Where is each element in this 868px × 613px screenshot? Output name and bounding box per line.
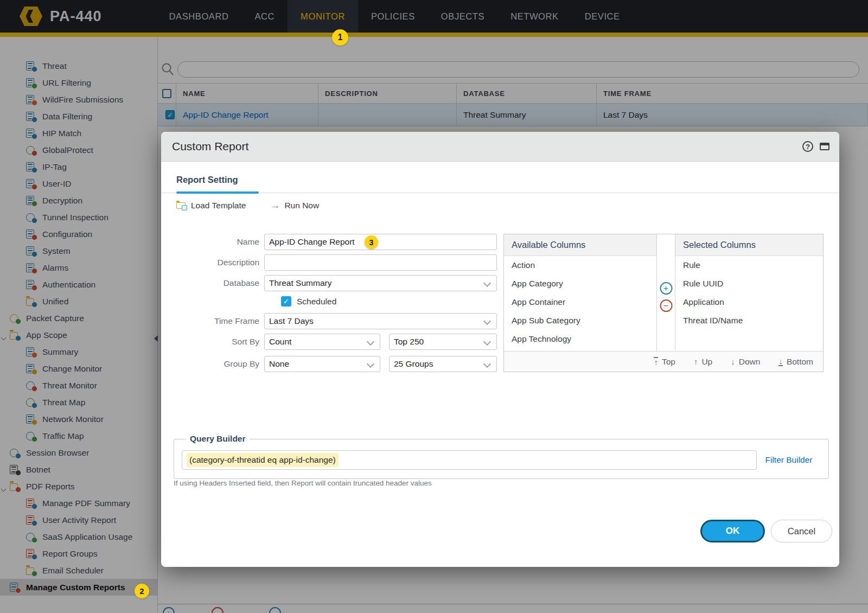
chevron-down-icon [483,317,491,325]
scheduled-label: Scheduled [297,297,336,306]
query-builder-legend: Query Builder [186,434,250,444]
filter-builder-link[interactable]: Filter Builder [757,455,821,465]
available-column-app-category[interactable]: App Category [504,274,656,293]
sort-by-value: Count [269,337,291,347]
name-input[interactable] [264,234,497,250]
custom-report-dialog: Custom Report ? Report Setting Load Temp… [161,132,839,567]
time-frame-value: Last 7 Days [269,316,314,326]
dialog-toolbar: Load Template → Run Now [161,193,839,210]
run-now-arrow-icon: → [270,200,280,210]
bottom-label: Bottom [787,357,813,367]
sort-by-label: Sort By [177,337,259,347]
down-label: Down [739,357,761,367]
down-button[interactable]: ↓Down [731,357,760,367]
ok-button[interactable]: OK [700,520,765,542]
selected-column-rule-uuid[interactable]: Rule UUID [675,274,823,293]
add-column-button[interactable]: + [660,282,672,295]
top-arrow-icon: ↑ [654,357,658,367]
chevron-down-icon [367,338,374,346]
query-text: (category-of-threatid eq app-id-change) [187,453,339,467]
tab-report-setting[interactable]: Report Setting [176,175,238,185]
time-frame-label: Time Frame [177,316,259,326]
group-by-value: None [269,359,289,369]
dialog-tabstrip: Report Setting [161,173,839,193]
selected-columns-panel: Selected Columns RuleRule UUIDApplicatio… [675,234,823,351]
columns-gutter: + − [657,234,675,351]
step-badge-1: 1 [332,29,348,46]
cancel-button[interactable]: Cancel [771,520,832,542]
remove-column-button[interactable]: − [660,299,672,312]
chevron-down-icon [483,360,491,368]
sort-top-value: Top 250 [394,337,424,347]
selected-column-threat-id-name[interactable]: Threat ID/Name [675,311,823,330]
dialog-title: Custom Report [172,140,802,153]
available-column-app-sub-category[interactable]: App Sub Category [504,311,656,330]
up-button[interactable]: ↑Up [694,357,712,367]
available-columns-panel: Available Columns ActionApp CategoryApp … [504,234,657,351]
load-template-icon [176,202,186,209]
sort-top-select[interactable]: Top 250 [389,334,497,350]
query-builder: Query Builder (category-of-threatid eq a… [174,434,829,479]
available-column-app-technology[interactable]: App Technology [504,330,656,348]
top-button[interactable]: ↑Top [654,357,675,367]
up-label: Up [701,357,712,367]
selected-columns-title: Selected Columns [675,234,823,256]
up-arrow-icon: ↑ [694,357,698,366]
sort-by-select[interactable]: Count [264,334,380,350]
load-template-button[interactable]: Load Template [176,201,246,210]
chevron-down-icon [367,360,374,368]
selected-column-application[interactable]: Application [675,293,823,311]
group-count-value: 25 Groups [394,359,433,369]
run-now-label: Run Now [284,201,319,210]
available-list: ActionApp CategoryApp ContainerApp Sub C… [504,256,656,348]
scheduled-checkbox[interactable]: ✓ [281,296,291,306]
bottom-arrow-icon: ↓ [778,357,783,367]
order-buttons: ↑Top↑Up↓Down↓Bottom [504,351,823,372]
query-input[interactable]: (category-of-threatid eq app-id-change) [182,450,757,470]
database-label: Database [177,278,259,288]
chevron-down-icon [483,279,491,287]
available-column-app-container[interactable]: App Container [504,293,656,311]
dialog-header: Custom Report ? [161,132,839,162]
description-label: Description [177,258,259,267]
database-value: Threat Summary [269,278,331,288]
selected-column-rule[interactable]: Rule [675,256,823,274]
group-count-select[interactable]: 25 Groups [389,356,497,372]
step-badge-2: 2 [135,584,149,598]
top-label: Top [662,357,675,367]
active-tab-underline [176,191,259,194]
popout-window-icon[interactable] [820,143,829,150]
description-input[interactable] [264,254,497,271]
run-now-button[interactable]: → Run Now [270,200,319,210]
headers-note: If using Headers Inserted field, then Re… [174,479,432,487]
group-by-select[interactable]: None [264,356,380,372]
name-label: Name [177,237,259,247]
step-badge-3: 3 [365,235,378,249]
chevron-down-icon [483,338,491,346]
columns-panel: Available Columns ActionApp CategoryApp … [503,234,824,372]
bottom-button[interactable]: ↓Bottom [778,357,813,367]
dialog-header-icons: ? [802,141,829,152]
help-icon[interactable]: ? [802,141,813,152]
time-frame-select[interactable]: Last 7 Days [264,313,497,329]
load-template-label: Load Template [191,201,246,210]
database-select[interactable]: Threat Summary [264,275,497,291]
group-by-label: Group By [177,359,259,369]
available-columns-title: Available Columns [504,234,656,256]
down-arrow-icon: ↓ [731,357,735,366]
available-column-action[interactable]: Action [504,256,656,274]
selected-list: RuleRule UUIDApplicationThreat ID/Name [675,256,823,330]
